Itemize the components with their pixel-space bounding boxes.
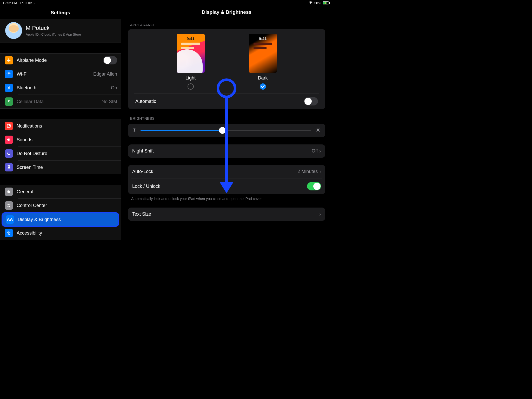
chevron-right-icon: › (319, 211, 321, 217)
svg-line-12 (133, 129, 134, 129)
airplane-icon (5, 56, 13, 64)
automatic-label: Automatic (135, 99, 156, 104)
notifications-label: Notifications (17, 123, 117, 129)
row-bluetooth[interactable]: Bluetooth On (18, 81, 121, 95)
svg-line-21 (316, 128, 316, 128)
theme-dark[interactable]: 9:41 Dark (249, 34, 277, 90)
svg-point-1 (9, 124, 11, 126)
brightness-header: BRIGHTNESS (128, 116, 325, 123)
sidebar-title: Settings (0, 6, 121, 19)
svg-line-13 (136, 131, 136, 131)
row-auto-lock[interactable]: Auto-Lock 2 Minutes › (128, 165, 325, 178)
light-radio[interactable] (188, 83, 194, 90)
svg-point-2 (8, 204, 9, 205)
appearance-header: APPEARANCE (128, 23, 325, 29)
status-bar: 12:52 PM Thu Oct 3 58% ⚡ (0, 0, 332, 6)
text-size-icon: AA (6, 215, 14, 224)
auto-lock-label: Auto-Lock (132, 169, 153, 174)
display-label: Display & Brightness (18, 217, 61, 222)
group-notifications: Notifications Sounds Do Not Disturb Scre… (0, 119, 121, 174)
row-accessibility[interactable]: Accessibility (0, 226, 121, 240)
night-shift-value: Off (312, 148, 318, 154)
general-label: General (17, 189, 117, 195)
svg-line-23 (320, 128, 320, 128)
row-automatic[interactable]: Automatic (131, 94, 322, 109)
airplane-label: Airplane Mode (17, 58, 99, 63)
row-wifi[interactable]: Wi-Fi Edgar Allen (18, 67, 121, 81)
appearance-card: 9:41 Light 9:41 Dark Automatic (128, 29, 325, 109)
row-lock-unlock[interactable]: Lock / Unlock (128, 178, 325, 194)
accessibility-icon (5, 229, 13, 237)
lock-unlock-toggle[interactable] (307, 182, 321, 190)
row-sounds[interactable]: Sounds (18, 133, 121, 147)
profile-row[interactable]: M Potuck Apple ID, iCloud, iTunes & App … (0, 19, 121, 43)
text-size-label: Text Size (132, 211, 151, 217)
dark-thumbnail: 9:41 (249, 34, 277, 73)
status-time: 12:52 PM (3, 1, 17, 5)
row-cellular[interactable]: Cellular Data No SIM (18, 95, 121, 108)
row-display-brightness-selected[interactable]: AA Display & Brightness (2, 213, 119, 226)
lock-card: Auto-Lock 2 Minutes › Lock / Unlock (128, 165, 325, 194)
row-control-center[interactable]: Control Center (18, 198, 121, 212)
svg-line-24 (316, 131, 316, 132)
dark-label: Dark (249, 75, 277, 81)
automatic-toggle[interactable] (304, 97, 318, 105)
light-label: Light (177, 75, 205, 81)
row-text-size[interactable]: Text Size › (128, 208, 325, 221)
svg-point-6 (9, 231, 9, 232)
dark-radio[interactable] (260, 83, 266, 90)
wifi-label: Wi-Fi (17, 71, 90, 77)
profile-subtitle: Apple ID, iCloud, iTunes & App Store (26, 32, 81, 36)
theme-light[interactable]: 9:41 Light (177, 34, 205, 90)
moon-icon (5, 149, 13, 158)
svg-line-22 (320, 131, 320, 132)
status-date: Thu Oct 3 (20, 1, 35, 5)
svg-line-14 (136, 129, 136, 129)
main-panel: Display & Brightness APPEARANCE 9:41 Lig… (121, 6, 332, 249)
avatar (5, 22, 22, 39)
cellular-label: Cellular Data (17, 99, 98, 104)
svg-point-7 (134, 129, 135, 131)
profile-name: M Potuck (26, 25, 81, 31)
cellular-icon (5, 97, 13, 106)
sun-small-icon (132, 128, 137, 133)
row-general[interactable]: General (0, 185, 121, 198)
sun-large-icon (315, 127, 321, 134)
chevron-right-icon: › (319, 148, 321, 154)
dark-thumb-time: 9:41 (249, 36, 277, 41)
sounds-label: Sounds (17, 137, 117, 143)
group-general: General Control Center AA Display & Brig… (0, 185, 121, 240)
night-shift-card: Night Shift Off › (128, 144, 325, 158)
brightness-slider[interactable] (141, 130, 311, 131)
sliders-icon (5, 201, 13, 210)
page-title: Display & Brightness (128, 6, 325, 23)
night-shift-label: Night Shift (132, 148, 154, 154)
gear-icon (5, 188, 13, 196)
screen-time-label: Screen Time (17, 165, 117, 170)
bluetooth-label: Bluetooth (17, 85, 107, 91)
settings-sidebar: Settings M Potuck Apple ID, iCloud, iTun… (0, 6, 121, 249)
light-thumb-time: 9:41 (177, 36, 205, 41)
svg-rect-3 (9, 204, 10, 205)
lock-unlock-label: Lock / Unlock (132, 184, 160, 189)
row-notifications[interactable]: Notifications (0, 119, 121, 133)
accessibility-label: Accessibility (17, 230, 117, 236)
control-center-label: Control Center (17, 203, 117, 208)
wifi-row-icon (5, 70, 13, 78)
row-dnd[interactable]: Do Not Disturb (18, 147, 121, 160)
airplane-toggle[interactable] (103, 56, 117, 64)
bluetooth-icon (5, 84, 13, 92)
svg-line-15 (133, 131, 134, 131)
chevron-right-icon: › (319, 169, 321, 175)
row-airplane-mode[interactable]: Airplane Mode (0, 54, 121, 67)
svg-point-16 (317, 129, 319, 131)
auto-lock-value: 2 Minutes (297, 169, 318, 174)
bluetooth-value: On (111, 85, 117, 91)
row-night-shift[interactable]: Night Shift Off › (128, 144, 325, 158)
row-screen-time[interactable]: Screen Time (18, 160, 121, 174)
wifi-value: Edgar Allen (93, 71, 117, 77)
brightness-card (128, 124, 325, 137)
dnd-label: Do Not Disturb (17, 151, 117, 156)
battery-percent: 58% (314, 1, 321, 5)
svg-rect-5 (7, 206, 9, 207)
